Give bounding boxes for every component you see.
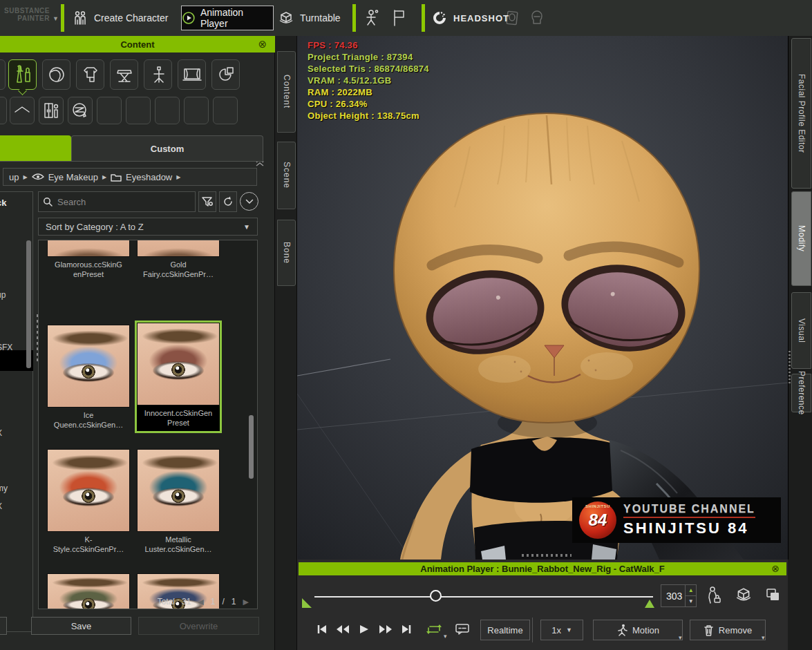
tab-visual[interactable]: Visual [791,292,811,369]
substance-painter-logo[interactable]: SUBSTANCE PAINTER [0,7,50,22]
category-partial-slot2[interactable] [0,97,7,124]
duplicate-view-button[interactable] [764,587,781,602]
partial-button[interactable] [0,617,7,635]
frame-up-icon[interactable]: ▲ [686,585,696,596]
tab-content-vertical[interactable]: Content [277,51,296,133]
viewport-resize-handle[interactable] [522,554,572,557]
remove-dropdown-caret[interactable]: ▾ [762,634,765,641]
tree-item[interactable]: my [0,484,8,493]
frame-down-icon[interactable]: ▼ [686,596,696,606]
category-partial-slot[interactable] [0,59,6,90]
watermark-badge-number: 84 [589,510,607,530]
turntable-button[interactable]: Turntable [278,0,341,36]
category-global-button[interactable] [68,97,93,124]
content-panel-title: Content [120,39,154,50]
player-close-icon[interactable]: ⊗ [771,562,780,575]
tab-facial-profile-editor[interactable]: Facial Profile Editor [791,38,811,189]
tree-item[interactable]: up [0,290,6,300]
thumbnail-cell[interactable]: K- Style.ccSkinGenPr… [47,449,130,554]
tree-item[interactable]: X [0,501,2,511]
tree-scrollbar[interactable] [26,240,31,368]
loop-start-marker[interactable] [302,598,312,608]
content-panel-header[interactable]: Content ⊗ [0,36,275,52]
thumbnail-cell-selected[interactable]: Innocent.ccSkinGen Preset [137,323,220,431]
frame-number[interactable]: 303 [661,585,685,606]
refresh-button[interactable] [219,191,237,212]
thumbnail-cell[interactable]: Gold Fairy.ccSkinGenPr… [137,240,220,279]
more-options-button[interactable] [240,192,258,211]
motion-button[interactable]: Motion [593,620,683,640]
breadcrumb-item-makeup[interactable]: up [9,172,19,182]
logo-line1: SUBSTANCE [0,7,50,15]
animation-player-button[interactable]: Animation Player [181,6,274,30]
tab-scene-vertical[interactable]: Scene [277,142,296,209]
stat-vram: VRAM : 4.5/12.1GB [308,75,429,86]
category-cloth-button[interactable] [76,59,104,90]
category-accessory-button[interactable] [211,59,240,90]
breadcrumb-item-eye-makeup[interactable]: Eye Makeup [48,172,98,182]
timeline-handle[interactable] [430,590,442,602]
sort-dropdown[interactable]: Sort by Category : A to Z ▼ [38,218,258,236]
realtime-button[interactable]: Realtime [480,620,530,640]
loop-end-marker[interactable] [645,600,654,608]
shirt-icon [81,65,100,84]
tab-template-selected[interactable] [0,135,71,161]
category-hair-button[interactable] [42,59,70,90]
tree-item[interactable]: ck [0,198,6,208]
chair-icon [149,65,168,84]
category-furniture-button[interactable] [110,59,138,90]
character-pose-button[interactable] [364,0,382,36]
page-separator: / [223,597,225,606]
loop-icon [426,623,442,635]
remove-button[interactable]: Remove [690,620,766,640]
thumbnail-cell[interactable]: Metallic Luster.ccSkinGen… [137,449,220,554]
save-button[interactable]: Save [31,617,131,635]
tab-modify-active[interactable]: Modify [791,191,811,286]
animation-player-title: Animation Player : Bunnie_Rabbot_New_Rig… [420,564,664,574]
headshot-button[interactable]: HEADSHOT [431,0,509,36]
breadcrumb-item-eyeshadow[interactable]: Eyeshadow [126,172,172,182]
turntable-mode-button[interactable] [734,586,753,604]
category-makeup-button[interactable] [8,59,37,90]
flag-button[interactable] [390,0,408,36]
filter-button[interactable] [198,191,216,212]
fast-forward-button[interactable] [379,624,393,634]
remove-label: Remove [719,625,752,635]
thumbnail-cell[interactable]: Glamorous.ccSkinG enPreset [47,240,130,279]
loop-dropdown-caret[interactable]: ▾ [444,633,447,640]
right-strip-drag-handle[interactable] [789,351,791,385]
tab-custom-label: Custom [151,144,184,154]
loop-button[interactable] [426,623,442,635]
category-roof-button[interactable] [10,97,35,124]
motion-dropdown-caret[interactable]: ▾ [679,634,682,641]
category-prop-button[interactable] [144,59,172,90]
search-input[interactable] [57,197,191,207]
content-close-icon[interactable]: ⊗ [258,37,267,51]
category-stage-button[interactable] [178,59,206,90]
animation-player-header[interactable]: Animation Player : Bunnie_Rabbot_New_Rig… [299,562,786,575]
first-frame-button[interactable] [317,624,328,634]
next-page-icon[interactable]: ▶ [243,598,249,606]
create-character-button[interactable]: Create Character [72,0,168,36]
thumbnail-cell[interactable]: Ice Queen.ccSkinGen… [47,325,130,430]
breadcrumb[interactable]: up ▶ Eye Makeup ▶ Eyeshadow ▶ [3,168,257,186]
eye-icon [32,173,44,181]
viewport-3d[interactable]: FPS : 74.36 Project Triangle : 87394 Sel… [297,36,788,560]
tab-preference-label: Preference [797,371,806,415]
tab-bone-vertical[interactable]: Bone [277,220,296,286]
speed-dropdown[interactable]: 1x ▼ [540,620,583,640]
thumbnail-image [47,325,130,408]
comment-button[interactable] [455,623,470,635]
category-wardrobe-button[interactable] [39,97,64,124]
timeline-track[interactable] [314,596,653,598]
last-frame-button[interactable] [401,624,412,634]
logo-dropdown-caret[interactable]: ▼ [53,15,59,22]
play-button[interactable] [359,624,369,634]
lock-character-button[interactable] [706,586,721,605]
tab-custom[interactable]: Custom [71,135,263,161]
tree-item[interactable]: X [0,428,2,438]
tab-preference[interactable]: Preference [791,374,811,412]
rewind-button[interactable] [336,624,350,634]
prev-page-icon[interactable]: ◀ [198,598,203,606]
thumbnail-scrollbar[interactable] [249,415,254,479]
